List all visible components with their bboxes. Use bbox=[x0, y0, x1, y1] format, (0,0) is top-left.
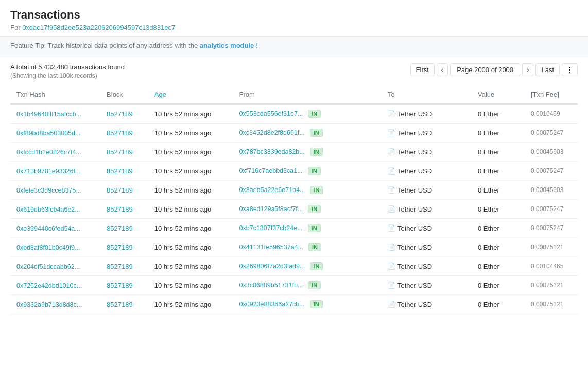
age-text: 10 hrs 52 mins ago bbox=[154, 263, 212, 270]
address-link[interactable]: 0xdac17f958d2ee523a2206206994597c13d831e… bbox=[22, 24, 175, 31]
prev-button[interactable]: ‹ bbox=[437, 63, 448, 76]
value-cell: 0 Ether bbox=[472, 276, 525, 295]
from-address-link[interactable]: 0xc3452d8e2f8d661f... bbox=[239, 129, 305, 136]
to-address: Tether USD bbox=[397, 129, 432, 137]
value-cell: 0 Ether bbox=[472, 219, 525, 238]
value-cell: 0 Ether bbox=[472, 143, 525, 162]
contract-icon: 📄 bbox=[388, 282, 395, 289]
to-address: Tether USD bbox=[397, 148, 432, 156]
next-button[interactable]: › bbox=[522, 63, 533, 76]
block-link[interactable]: 8527189 bbox=[107, 301, 133, 308]
table-header: A total of 5,432,480 transactions found … bbox=[10, 63, 578, 79]
block-cell: 8527189 bbox=[100, 162, 148, 181]
txn-hash-link[interactable]: 0xfefe3c3d9cce8375... bbox=[16, 187, 81, 194]
contract-icon: 📄 bbox=[388, 244, 395, 251]
txn-hash-link[interactable]: 0x713b9701e93326f... bbox=[16, 168, 80, 175]
contract-icon: 📄 bbox=[388, 263, 395, 270]
txn-hash-cell: 0x1b49640fff15afccb... bbox=[10, 104, 100, 124]
from-cell: 0x41131fe596537a4... IN bbox=[233, 238, 382, 257]
from-address-link[interactable]: 0x3c06889b51731fb... bbox=[239, 282, 303, 289]
to-cell: 📄 Tether USD bbox=[382, 143, 472, 162]
age-text: 10 hrs 52 mins ago bbox=[154, 129, 212, 137]
to-cell: 📄 Tether USD bbox=[382, 181, 472, 200]
to-address: Tether USD bbox=[397, 167, 432, 175]
age-text: 10 hrs 52 mins ago bbox=[154, 244, 212, 251]
txn-hash-cell: 0xbd8af8f01b0c49f9... bbox=[10, 238, 100, 257]
txn-hash-link[interactable]: 0xfccd1b1e0826c7f4... bbox=[16, 149, 81, 156]
from-address-link[interactable]: 0x553cda556ef31e7... bbox=[239, 110, 303, 117]
col-header-from: From bbox=[233, 85, 382, 104]
table-row: 0x1b49640fff15afccb... 8527189 10 hrs 52… bbox=[10, 104, 578, 124]
block-cell: 8527189 bbox=[100, 200, 148, 219]
pagination: First ‹ Page 2000 of 2000 › Last ⋮ bbox=[410, 63, 578, 76]
col-header-to: To bbox=[382, 85, 472, 104]
block-link[interactable]: 8527189 bbox=[107, 224, 133, 232]
block-cell: 8527189 bbox=[100, 181, 148, 200]
block-cell: 8527189 bbox=[100, 104, 148, 124]
fee-cell: 0.00104465 bbox=[525, 257, 578, 276]
to-address: Tether USD bbox=[397, 205, 432, 213]
txn-hash-link[interactable]: 0xe399440c6fed54a... bbox=[16, 225, 80, 232]
direction-badge: IN bbox=[308, 243, 321, 251]
txn-hash-cell: 0x204df51dccabb62... bbox=[10, 257, 100, 276]
txn-hash-link[interactable]: 0xf89bd8ba503005d... bbox=[16, 130, 80, 137]
table-body: 0x1b49640fff15afccb... 8527189 10 hrs 52… bbox=[10, 104, 578, 314]
block-link[interactable]: 8527189 bbox=[107, 205, 133, 213]
from-address-link[interactable]: 0x787bc3339eda82b... bbox=[239, 148, 305, 155]
value-cell: 0 Ether bbox=[472, 200, 525, 219]
from-cell: 0x0923e88356a27cb... IN bbox=[233, 295, 382, 314]
col-header-block: Block bbox=[100, 85, 148, 104]
to-address: Tether USD bbox=[397, 110, 432, 118]
feature-tip-text: Feature Tip: Track historical data point… bbox=[10, 42, 198, 49]
txn-hash-link[interactable]: 0x9332a9b713d8d8c... bbox=[16, 301, 82, 308]
to-cell: 📄 Tether USD bbox=[382, 295, 472, 314]
txn-hash-link[interactable]: 0xbd8af8f01b0c49f9... bbox=[16, 244, 80, 251]
direction-badge: IN bbox=[308, 167, 321, 175]
txn-hash-link[interactable]: 0x204df51dccabb62... bbox=[16, 263, 80, 270]
table-row: 0x713b9701e93326f... 8527189 10 hrs 52 m… bbox=[10, 162, 578, 181]
col-header-txnhash: Txn Hash bbox=[10, 85, 100, 104]
block-link[interactable]: 8527189 bbox=[107, 129, 133, 137]
from-address-link[interactable]: 0x3aeb5a22e6e71b4... bbox=[239, 186, 305, 194]
more-options-button[interactable]: ⋮ bbox=[562, 63, 578, 76]
from-address-link[interactable]: 0xa8ed129a5f8acf7f... bbox=[239, 205, 303, 213]
block-link[interactable]: 8527189 bbox=[107, 186, 133, 194]
block-link[interactable]: 8527189 bbox=[107, 148, 133, 156]
from-address-link[interactable]: 0x41131fe596537a4... bbox=[239, 244, 303, 251]
col-header-age[interactable]: Age bbox=[148, 85, 233, 104]
from-address-link[interactable]: 0x269806f7a2d3fad9... bbox=[239, 263, 305, 270]
to-address: Tether USD bbox=[397, 224, 432, 232]
table-row: 0xfccd1b1e0826c7f4... 8527189 10 hrs 52 … bbox=[10, 143, 578, 162]
direction-badge: IN bbox=[310, 129, 323, 137]
from-address-link[interactable]: 0xb7c1307f37cb24e... bbox=[239, 224, 303, 232]
last-button[interactable]: Last bbox=[535, 63, 560, 76]
block-link[interactable]: 8527189 bbox=[107, 282, 133, 289]
txn-hash-cell: 0x619db63fcb4a6e2... bbox=[10, 200, 100, 219]
block-link[interactable]: 8527189 bbox=[107, 263, 133, 270]
to-address: Tether USD bbox=[397, 301, 432, 308]
age-text: 10 hrs 52 mins ago bbox=[154, 205, 212, 213]
direction-badge: IN bbox=[310, 148, 323, 156]
analytics-module-link[interactable]: analytics module ! bbox=[200, 42, 258, 49]
from-address-link[interactable]: 0xf716c7aebbd3ca1... bbox=[239, 167, 303, 175]
to-address: Tether USD bbox=[397, 186, 432, 194]
page-subtitle: For 0xdac17f958d2ee523a2206206994597c13d… bbox=[10, 24, 578, 31]
age-cell: 10 hrs 52 mins ago bbox=[148, 200, 233, 219]
block-link[interactable]: 8527189 bbox=[107, 167, 133, 175]
fee-cell: 0.00075247 bbox=[525, 219, 578, 238]
first-button[interactable]: First bbox=[410, 63, 435, 76]
block-link[interactable]: 8527189 bbox=[107, 110, 133, 118]
from-cell: 0x3c06889b51731fb... IN bbox=[233, 276, 382, 295]
txn-hash-link[interactable]: 0x1b49640fff15afccb... bbox=[16, 111, 81, 118]
contract-icon: 📄 bbox=[388, 301, 395, 308]
txn-hash-cell: 0xfefe3c3d9cce8375... bbox=[10, 181, 100, 200]
direction-badge: IN bbox=[308, 110, 321, 118]
txn-hash-link[interactable]: 0x7252e42dbd1010c... bbox=[16, 282, 82, 289]
from-address-link[interactable]: 0x0923e88356a27cb... bbox=[239, 301, 305, 308]
block-link[interactable]: 8527189 bbox=[107, 244, 133, 251]
value-cell: 0 Ether bbox=[472, 181, 525, 200]
col-header-fee: [Txn Fee] bbox=[525, 85, 578, 104]
age-text: 10 hrs 52 mins ago bbox=[154, 282, 212, 289]
age-cell: 10 hrs 52 mins ago bbox=[148, 181, 233, 200]
txn-hash-link[interactable]: 0x619db63fcb4a6e2... bbox=[16, 206, 80, 213]
